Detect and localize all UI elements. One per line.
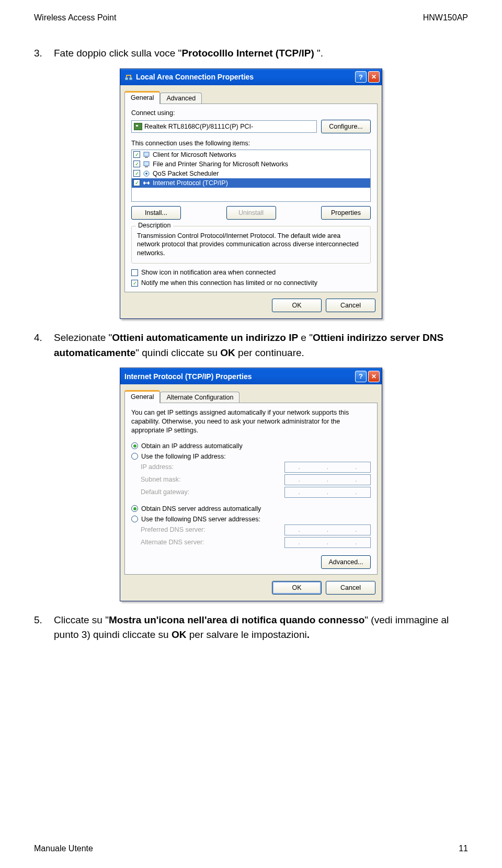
use-ip-row[interactable]: Use the following IP address: bbox=[131, 453, 371, 460]
svg-rect-2 bbox=[144, 152, 149, 156]
svg-point-8 bbox=[143, 182, 145, 184]
dialog-title: Local Area Connection Properties bbox=[136, 73, 254, 81]
ip-field: ... bbox=[284, 462, 371, 473]
lan-properties-dialog: Local Area Connection Properties ? ✕ Gen… bbox=[120, 68, 382, 319]
step3-num: 3. bbox=[34, 46, 54, 61]
step3-text: Fate doppio click sulla voce "Protocolll… bbox=[54, 46, 468, 61]
radio-icon[interactable] bbox=[131, 453, 138, 460]
tab-general[interactable]: General bbox=[124, 91, 160, 104]
gateway-label: Default gateway: bbox=[141, 488, 189, 496]
footer-left: Manuale Utente bbox=[34, 844, 93, 853]
advanced-button[interactable]: Advanced... bbox=[321, 555, 371, 569]
close-button[interactable]: ✕ bbox=[368, 371, 380, 382]
alt-dns-field: ... bbox=[284, 537, 371, 548]
items-label: This connection uses the following items… bbox=[131, 140, 371, 147]
checkbox-icon[interactable]: ✓ bbox=[131, 269, 138, 276]
tab-alternate[interactable]: Alternate Configuration bbox=[160, 392, 239, 403]
help-button[interactable]: ? bbox=[355, 371, 367, 382]
install-button[interactable]: Install... bbox=[131, 206, 181, 220]
checkbox-icon[interactable]: ✓ bbox=[133, 161, 140, 167]
step5-text: Cliccate su "Mostra un'icona nell'area d… bbox=[54, 613, 468, 643]
cancel-button[interactable]: Cancel bbox=[326, 299, 375, 312]
svg-rect-4 bbox=[144, 162, 149, 166]
help-button[interactable]: ? bbox=[355, 71, 367, 83]
configure-button[interactable]: Configure... bbox=[321, 120, 371, 133]
description-text: Transmission Control Protocol/Internet P… bbox=[137, 232, 365, 258]
tcpip-properties-dialog: Internet Protocol (TCP/IP) Properties ? … bbox=[120, 368, 382, 601]
close-button[interactable]: ✕ bbox=[368, 71, 380, 83]
intro-text: You can get IP settings assigned automat… bbox=[131, 408, 371, 435]
svg-rect-1 bbox=[129, 77, 132, 80]
svg-rect-5 bbox=[145, 166, 148, 167]
tab-general[interactable]: General bbox=[124, 390, 160, 403]
cancel-button[interactable]: Cancel bbox=[326, 581, 375, 595]
checkbox-icon[interactable]: ✓ bbox=[133, 151, 140, 158]
checkbox-icon[interactable]: ✓ bbox=[133, 179, 140, 186]
doc-header-left: Wireless Access Point bbox=[34, 13, 116, 22]
tab-advanced[interactable]: Advanced bbox=[160, 93, 202, 104]
properties-button[interactable]: Properties bbox=[321, 206, 371, 220]
tcpip-icon bbox=[142, 179, 151, 187]
radio-icon[interactable] bbox=[131, 516, 138, 522]
list-item-selected[interactable]: ✓ Internet Protocol (TCP/IP) bbox=[132, 178, 370, 188]
step5-num: 5. bbox=[34, 613, 54, 643]
svg-rect-0 bbox=[125, 77, 128, 80]
description-label: Description bbox=[136, 222, 173, 229]
adapter-field[interactable]: Realtek RTL8168C(P)/8111C(P) PCI- bbox=[131, 120, 317, 133]
svg-rect-3 bbox=[145, 157, 148, 158]
footer-right: 11 bbox=[459, 844, 468, 853]
alt-dns-label: Alternate DNS server: bbox=[141, 539, 204, 546]
radio-icon[interactable] bbox=[131, 505, 138, 512]
checkbox-icon[interactable]: ✓ bbox=[133, 170, 140, 177]
sharing-icon bbox=[142, 160, 151, 168]
list-item[interactable]: ✓ Client for Microsoft Networks bbox=[132, 150, 370, 159]
dialog-title: Internet Protocol (TCP/IP) Properties bbox=[124, 372, 252, 381]
step4-num: 4. bbox=[34, 330, 54, 360]
subnet-label: Subnet mask: bbox=[141, 476, 180, 483]
connect-using-label: Connect using: bbox=[131, 109, 371, 117]
checkbox-icon[interactable]: ✓ bbox=[131, 280, 138, 287]
gateway-field: ... bbox=[284, 487, 371, 498]
radio-icon[interactable] bbox=[131, 442, 138, 449]
connection-icon bbox=[124, 73, 133, 81]
ok-button[interactable]: OK bbox=[272, 299, 322, 312]
nic-icon bbox=[134, 122, 142, 131]
items-listbox[interactable]: ✓ Client for Microsoft Networks ✓ File a… bbox=[131, 150, 371, 202]
list-item[interactable]: ✓ QoS Packet Scheduler bbox=[132, 169, 370, 178]
step4-text: Selezionate "Ottieni automaticamente un … bbox=[54, 330, 468, 360]
uninstall-button: Uninstall bbox=[226, 206, 276, 220]
notify-limited-row[interactable]: ✓ Notify me when this connection has lim… bbox=[131, 279, 371, 287]
doc-header-right: HNW150AP bbox=[423, 13, 468, 22]
svg-point-7 bbox=[145, 173, 147, 175]
pref-dns-label: Preferred DNS server: bbox=[141, 526, 206, 533]
use-dns-row[interactable]: Use the following DNS server addresses: bbox=[131, 516, 371, 523]
ip-label: IP address: bbox=[141, 463, 174, 471]
client-icon bbox=[142, 151, 151, 159]
pref-dns-field: ... bbox=[284, 524, 371, 535]
obtain-dns-auto-row[interactable]: Obtain DNS server address automatically bbox=[131, 505, 371, 512]
titlebar[interactable]: Internet Protocol (TCP/IP) Properties ? … bbox=[120, 368, 382, 384]
ok-button[interactable]: OK bbox=[272, 581, 322, 595]
svg-point-9 bbox=[147, 182, 150, 184]
qos-icon bbox=[142, 169, 151, 178]
list-item[interactable]: ✓ File and Printer Sharing for Microsoft… bbox=[132, 159, 370, 169]
show-icon-row[interactable]: ✓ Show icon in notification area when co… bbox=[131, 269, 371, 276]
subnet-field: ... bbox=[284, 474, 371, 485]
obtain-ip-auto-row[interactable]: Obtain an IP address automatically bbox=[131, 442, 371, 450]
titlebar[interactable]: Local Area Connection Properties ? ✕ bbox=[120, 69, 382, 85]
